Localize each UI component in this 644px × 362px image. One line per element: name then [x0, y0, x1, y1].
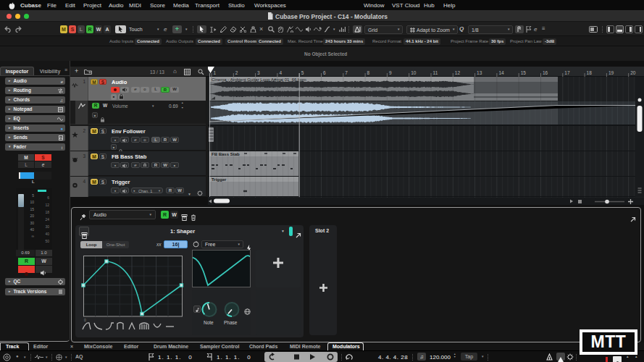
svg-text:13: 13	[477, 70, 482, 75]
svg-text:3: 3	[257, 70, 260, 75]
svg-text:18: 18	[587, 70, 593, 75]
svg-text:4: 4	[279, 70, 282, 75]
svg-text:7: 7	[345, 70, 348, 75]
svg-text:Trigger: Trigger	[212, 177, 227, 182]
svg-text:5: 5	[301, 70, 304, 75]
svg-text:15: 15	[521, 70, 527, 75]
svg-text:FB Bass Stab: FB Bass Stab	[212, 152, 240, 156]
svg-text:16: 16	[543, 70, 548, 75]
svg-text:6: 6	[323, 70, 326, 75]
svg-text:10: 10	[411, 70, 417, 75]
svg-text:14: 14	[498, 70, 504, 75]
svg-text:11: 11	[433, 70, 438, 75]
svg-text:8: 8	[367, 70, 370, 75]
svg-text:12: 12	[455, 70, 461, 75]
svg-text:1: 1	[214, 70, 217, 75]
svg-text:9: 9	[389, 70, 392, 75]
svg-text:2: 2	[235, 70, 238, 75]
svg-text:19: 19	[609, 70, 614, 75]
svg-text:17: 17	[564, 70, 570, 75]
svg-text:Cinema - Ambient Guitar Loop A: Cinema - Ambient Guitar Loop A#maj 01_66…	[212, 77, 306, 82]
svg-text:20: 20	[630, 70, 636, 75]
